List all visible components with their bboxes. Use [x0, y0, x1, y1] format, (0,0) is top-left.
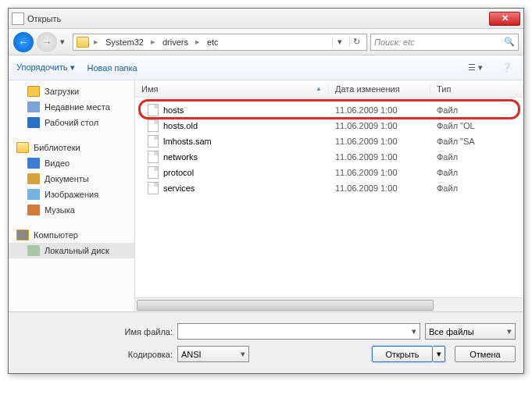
file-type: Файл	[430, 152, 523, 162]
close-button[interactable]: ✕	[489, 12, 520, 26]
file-name: services	[163, 183, 195, 193]
refresh-button[interactable]: ↻	[349, 37, 363, 47]
search-placeholder: Поиск: etc	[374, 37, 504, 47]
file-type: Файл	[430, 168, 523, 177]
sidebar-item-music[interactable]: Музыка	[9, 202, 134, 218]
sidebar: Загрузки Недавние места Рабочий стол Биб…	[9, 80, 135, 311]
file-date: 11.06.2009 1:00	[329, 105, 430, 115]
filename-input[interactable]: ▾	[177, 323, 420, 340]
file-row[interactable]: lmhosts.sam11.06.2009 1:00Файл "SA	[135, 132, 523, 148]
column-headers: Имя▲ Дата изменения Тип	[135, 80, 523, 98]
col-date[interactable]: Дата изменения	[329, 84, 430, 94]
breadcrumb-item[interactable]: etc	[205, 37, 221, 47]
bottom-panel: Имя файла: ▾ Все файлы▾ Кодировка: ANSI▾…	[9, 311, 523, 373]
chevron-down-icon[interactable]: ▾	[504, 326, 512, 336]
file-icon	[148, 104, 159, 116]
back-button[interactable]: ←	[13, 32, 34, 52]
col-name[interactable]: Имя▲	[135, 84, 329, 94]
encoding-label: Кодировка:	[16, 350, 173, 359]
sidebar-item-downloads[interactable]: Загрузки	[9, 84, 134, 99]
search-icon: 🔍	[504, 37, 515, 47]
open-split-dropdown[interactable]: ▾	[433, 346, 445, 362]
sidebar-item-documents[interactable]: Документы	[9, 171, 134, 187]
filetype-filter[interactable]: Все файлы▾	[425, 323, 516, 340]
organize-button[interactable]: Упорядочить ▾	[16, 62, 75, 73]
file-icon	[148, 119, 159, 132]
file-type: Файл	[430, 105, 523, 115]
file-icon	[148, 182, 159, 194]
filename-label: Имя файла:	[16, 327, 173, 336]
sidebar-item-pictures[interactable]: Изображения	[9, 187, 134, 202]
file-row[interactable]: hosts11.06.2009 1:00Файл	[135, 101, 523, 116]
breadcrumb-sep-icon[interactable]: ▸	[194, 37, 202, 47]
breadcrumb-sep-icon[interactable]: ▸	[149, 37, 157, 47]
forward-button[interactable]: →	[37, 32, 57, 52]
folder-icon	[77, 37, 89, 48]
file-icon	[148, 166, 159, 179]
horizontal-scrollbar[interactable]	[135, 297, 523, 311]
sidebar-item-recent[interactable]: Недавние места	[9, 99, 134, 115]
cancel-button[interactable]: Отмена	[455, 346, 516, 362]
file-type: Файл	[430, 183, 523, 193]
file-name: lmhosts.sam	[163, 137, 212, 146]
toolbar: Упорядочить ▾ Новая папка ☰ ▾ ❔	[9, 55, 523, 80]
file-name: protocol	[163, 168, 194, 177]
sidebar-computer[interactable]: Компьютер	[9, 227, 134, 243]
file-date: 11.06.2009 1:00	[329, 152, 430, 162]
address-dropdown[interactable]: ▾	[332, 37, 346, 47]
sidebar-item-videos[interactable]: Видео	[9, 155, 134, 171]
file-icon	[148, 135, 159, 148]
chevron-down-icon[interactable]: ▾	[237, 349, 245, 359]
sidebar-libraries[interactable]: Библиотеки	[9, 140, 134, 155]
file-date: 11.06.2009 1:00	[329, 168, 430, 177]
navbar: ← → ▾ ▸ System32 ▸ drivers ▸ etc ▾ ↻ Пои…	[9, 29, 523, 55]
sort-asc-icon: ▲	[316, 85, 322, 92]
open-button[interactable]: Открыть	[372, 346, 433, 362]
col-type[interactable]: Тип	[430, 84, 523, 94]
open-dialog: Открыть ✕ ← → ▾ ▸ System32 ▸ drivers ▸ e…	[8, 8, 524, 374]
file-icon	[148, 151, 159, 163]
window-title: Открыть	[27, 14, 489, 23]
file-name: hosts	[163, 105, 184, 115]
encoding-select[interactable]: ANSI▾	[177, 346, 249, 362]
file-type: Файл "SA	[430, 137, 523, 146]
file-name: hosts.old	[163, 121, 198, 130]
titlebar: Открыть ✕	[9, 9, 523, 29]
body: Загрузки Недавние места Рабочий стол Биб…	[9, 80, 523, 311]
file-row[interactable]: services11.06.2009 1:00Файл	[135, 179, 523, 194]
file-date: 11.06.2009 1:00	[329, 183, 430, 193]
new-folder-button[interactable]: Новая папка	[87, 63, 137, 73]
breadcrumb-item[interactable]: drivers	[160, 37, 191, 47]
file-type: Файл "OL	[430, 121, 523, 130]
breadcrumb-item[interactable]: System32	[103, 37, 146, 47]
file-date: 11.06.2009 1:00	[329, 137, 430, 146]
chevron-down-icon[interactable]: ▾	[409, 326, 416, 336]
view-button[interactable]: ☰ ▾	[465, 62, 486, 73]
search-input[interactable]: Поиск: etc 🔍	[370, 34, 519, 51]
file-row[interactable]: hosts.old11.06.2009 1:00Файл "OL	[135, 116, 523, 132]
breadcrumb-sep-icon[interactable]: ▸	[92, 37, 100, 47]
notepad-icon	[12, 12, 24, 25]
nav-history-dropdown[interactable]: ▾	[60, 37, 70, 47]
address-bar[interactable]: ▸ System32 ▸ drivers ▸ etc ▾ ↻	[73, 34, 367, 51]
file-date: 11.06.2009 1:00	[329, 121, 430, 130]
sidebar-item-disk[interactable]: Локальный диск	[9, 243, 134, 258]
sidebar-item-desktop[interactable]: Рабочий стол	[9, 115, 134, 130]
file-row[interactable]: networks11.06.2009 1:00Файл	[135, 148, 523, 163]
help-button[interactable]: ❔	[498, 62, 516, 73]
file-pane: Имя▲ Дата изменения Тип hosts11.06.2009 …	[135, 80, 523, 311]
file-name: networks	[163, 152, 198, 162]
file-row[interactable]: protocol11.06.2009 1:00Файл	[135, 163, 523, 179]
file-list: hosts11.06.2009 1:00Файлhosts.old11.06.2…	[135, 98, 523, 297]
